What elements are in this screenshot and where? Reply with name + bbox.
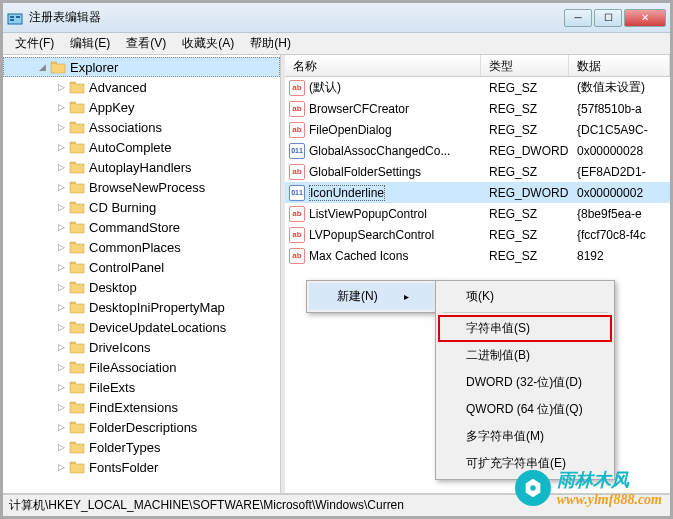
minimize-button[interactable]: ─	[564, 9, 592, 27]
tree-item[interactable]: ▷FileAssociation	[3, 357, 280, 377]
value-row[interactable]: 011IconUnderlineREG_DWORD0x00000002	[285, 182, 670, 203]
tree-root[interactable]: ◢Explorer	[3, 57, 280, 77]
expand-icon[interactable]: ▷	[55, 81, 67, 93]
tree-item[interactable]: ▷DriveIcons	[3, 337, 280, 357]
watermark: 雨林木风 www.ylmf888.com	[515, 468, 662, 508]
reg-string-icon: ab	[289, 248, 305, 264]
svg-point-4	[530, 485, 536, 491]
submenu-item[interactable]: QWORD (64 位)值(Q)	[438, 396, 612, 423]
expand-icon[interactable]: ▷	[55, 421, 67, 433]
tree-panel[interactable]: ◢Explorer▷Advanced▷AppKey▷Associations▷A…	[3, 55, 281, 493]
tree-item[interactable]: ▷AppKey	[3, 97, 280, 117]
context-submenu-new: 项(K)字符串值(S)二进制值(B)DWORD (32-位)值(D)QWORD …	[435, 280, 615, 480]
value-row[interactable]: ab(默认)REG_SZ(数值未设置)	[285, 77, 670, 98]
submenu-item[interactable]: 多字符串值(M)	[438, 423, 612, 450]
value-row[interactable]: abMax Cached IconsREG_SZ8192	[285, 245, 670, 266]
watermark-url: www.ylmf888.com	[557, 492, 662, 508]
svg-rect-3	[16, 16, 20, 18]
tree-item[interactable]: ▷CommandStore	[3, 217, 280, 237]
tree-item[interactable]: ▷FolderDescriptions	[3, 417, 280, 437]
menubar: 文件(F) 编辑(E) 查看(V) 收藏夹(A) 帮助(H)	[3, 33, 670, 55]
col-type[interactable]: 类型	[481, 55, 569, 76]
tree-item[interactable]: ▷DesktopIniPropertyMap	[3, 297, 280, 317]
tree-item[interactable]: ▷FontsFolder	[3, 457, 280, 477]
expand-icon[interactable]: ▷	[55, 361, 67, 373]
tree-item[interactable]: ▷CommonPlaces	[3, 237, 280, 257]
submenu-item[interactable]: DWORD (32-位)值(D)	[438, 369, 612, 396]
expand-icon[interactable]: ▷	[55, 381, 67, 393]
menu-separator	[442, 312, 608, 313]
expand-icon[interactable]: ▷	[55, 221, 67, 233]
tree-item[interactable]: ▷AutoplayHandlers	[3, 157, 280, 177]
reg-string-icon: ab	[289, 80, 305, 96]
reg-string-icon: ab	[289, 206, 305, 222]
reg-string-icon: ab	[289, 227, 305, 243]
expand-icon[interactable]: ▷	[55, 101, 67, 113]
menu-help[interactable]: 帮助(H)	[242, 33, 299, 54]
tree-item[interactable]: ▷Advanced	[3, 77, 280, 97]
menu-new[interactable]: 新建(N)	[309, 283, 433, 310]
watermark-brand: 雨林木风	[557, 468, 662, 492]
window-title: 注册表编辑器	[29, 9, 564, 26]
tree-item[interactable]: ▷AutoComplete	[3, 137, 280, 157]
tree-item[interactable]: ▷BrowseNewProcess	[3, 177, 280, 197]
expand-icon[interactable]: ▷	[55, 261, 67, 273]
titlebar[interactable]: 注册表编辑器 ─ ☐ ✕	[3, 3, 670, 33]
reg-string-icon: ab	[289, 101, 305, 117]
reg-string-icon: ab	[289, 122, 305, 138]
tree-item[interactable]: ▷Associations	[3, 117, 280, 137]
expand-icon[interactable]: ▷	[55, 401, 67, 413]
status-path: 计算机\HKEY_LOCAL_MACHINE\SOFTWARE\Microsof…	[9, 497, 404, 514]
svg-rect-1	[10, 16, 14, 18]
expand-icon[interactable]: ▷	[55, 201, 67, 213]
menu-edit[interactable]: 编辑(E)	[62, 33, 118, 54]
expand-icon[interactable]: ▷	[55, 301, 67, 313]
expand-icon[interactable]: ▷	[55, 121, 67, 133]
tree-item[interactable]: ▷FolderTypes	[3, 437, 280, 457]
expand-icon[interactable]: ▷	[55, 441, 67, 453]
value-row[interactable]: abLVPopupSearchControlREG_SZ{fccf70c8-f4…	[285, 224, 670, 245]
registry-tree: ◢Explorer▷Advanced▷AppKey▷Associations▷A…	[3, 55, 280, 479]
menu-favorites[interactable]: 收藏夹(A)	[174, 33, 242, 54]
submenu-item[interactable]: 项(K)	[438, 283, 612, 310]
value-row[interactable]: 011GlobalAssocChangedCo...REG_DWORD0x000…	[285, 140, 670, 161]
submenu-item[interactable]: 字符串值(S)	[438, 315, 612, 342]
reg-string-icon: ab	[289, 164, 305, 180]
close-button[interactable]: ✕	[624, 9, 666, 27]
list-header: 名称 类型 数据	[285, 55, 670, 77]
tree-item[interactable]: ▷FileExts	[3, 377, 280, 397]
col-name[interactable]: 名称	[285, 55, 481, 76]
tree-item[interactable]: ▷Desktop	[3, 277, 280, 297]
maximize-button[interactable]: ☐	[594, 9, 622, 27]
value-row[interactable]: abGlobalFolderSettingsREG_SZ{EF8AD2D1-	[285, 161, 670, 182]
tree-item[interactable]: ▷ControlPanel	[3, 257, 280, 277]
collapse-icon[interactable]: ◢	[36, 61, 48, 73]
context-menu: 新建(N)	[306, 280, 436, 313]
expand-icon[interactable]: ▷	[55, 241, 67, 253]
app-icon	[7, 10, 23, 26]
expand-icon[interactable]: ▷	[55, 461, 67, 473]
expand-icon[interactable]: ▷	[55, 181, 67, 193]
submenu-item[interactable]: 二进制值(B)	[438, 342, 612, 369]
tree-item[interactable]: ▷DeviceUpdateLocations	[3, 317, 280, 337]
expand-icon[interactable]: ▷	[55, 281, 67, 293]
watermark-logo-icon	[515, 470, 551, 506]
window-controls: ─ ☐ ✕	[564, 9, 666, 27]
reg-dword-icon: 011	[289, 143, 305, 159]
expand-icon[interactable]: ▷	[55, 341, 67, 353]
expand-icon[interactable]: ▷	[55, 321, 67, 333]
menu-file[interactable]: 文件(F)	[7, 33, 62, 54]
expand-icon[interactable]: ▷	[55, 141, 67, 153]
value-row[interactable]: abListViewPopupControlREG_SZ{8be9f5ea-e	[285, 203, 670, 224]
menu-view[interactable]: 查看(V)	[118, 33, 174, 54]
tree-item[interactable]: ▷FindExtensions	[3, 397, 280, 417]
expand-icon[interactable]: ▷	[55, 161, 67, 173]
svg-rect-2	[10, 19, 14, 21]
value-row[interactable]: abBrowserCFCreatorREG_SZ{57f8510b-a	[285, 98, 670, 119]
reg-dword-icon: 011	[289, 185, 305, 201]
value-row[interactable]: abFileOpenDialogREG_SZ{DC1C5A9C-	[285, 119, 670, 140]
tree-item[interactable]: ▷CD Burning	[3, 197, 280, 217]
col-data[interactable]: 数据	[569, 55, 670, 76]
